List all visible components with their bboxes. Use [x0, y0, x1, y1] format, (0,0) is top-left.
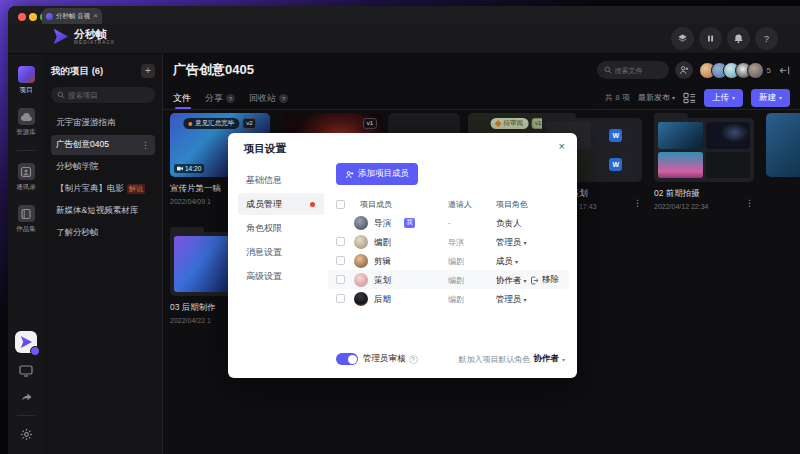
nav-advanced-settings[interactable]: 高级设置: [238, 265, 324, 287]
avatar: [354, 216, 368, 230]
project-search-input[interactable]: [68, 91, 149, 100]
avatar: [354, 254, 368, 268]
member-count: 5: [767, 66, 771, 75]
settings-gear-icon[interactable]: [20, 428, 33, 441]
add-member-icon[interactable]: [675, 61, 693, 79]
folder-thumbnail: [654, 118, 754, 182]
default-role-dropdown[interactable]: 默加入项目默认角色 协作者 ▾: [458, 353, 565, 365]
browser-tab[interactable]: 分秒帧 音视 ×: [42, 8, 102, 24]
version-chip: v1: [363, 118, 377, 129]
search-icon: [604, 66, 612, 74]
file-search-input[interactable]: [615, 67, 662, 74]
tab-close-icon[interactable]: ×: [93, 12, 98, 20]
project-item[interactable]: 了解分秒帧: [51, 223, 155, 243]
select-all-checkbox[interactable]: [336, 200, 345, 209]
sidebar-item-contacts[interactable]: 通讯录: [16, 163, 36, 192]
sort-dropdown[interactable]: 最新发布▾: [638, 92, 675, 103]
camera-icon: [177, 166, 183, 171]
browser-window: 分秒帧 音视 × 分秒帧 MEDIATRACK ?: [8, 6, 800, 454]
upload-button[interactable]: 上传▾: [704, 89, 743, 107]
brand-subtitle: MEDIATRACK: [74, 40, 115, 45]
screen-share-button[interactable]: [19, 365, 33, 377]
role-dropdown[interactable]: 管理员▾: [496, 294, 527, 306]
user-avatar[interactable]: [15, 331, 37, 353]
tab-share[interactable]: 分享 ?: [205, 86, 235, 109]
create-button[interactable]: 新建▾: [751, 89, 790, 107]
avatar: [354, 235, 368, 249]
nav-message-settings[interactable]: 消息设置: [238, 241, 324, 263]
status-badge: 意见汇总完毕: [183, 118, 239, 129]
pause-icon[interactable]: [699, 27, 722, 50]
more-icon[interactable]: ⋮: [141, 140, 150, 150]
help-badge: ?: [279, 94, 288, 103]
tab-title: 分秒帧 音视: [56, 12, 90, 21]
add-project-button[interactable]: +: [141, 64, 155, 78]
avatar: [747, 62, 764, 79]
duration-badge: 14:20: [174, 164, 204, 173]
member-row: 编剧 导演 管理员▾: [328, 232, 569, 251]
admin-review-toggle[interactable]: [336, 353, 358, 365]
portfolio-icon: [18, 205, 35, 222]
row-checkbox[interactable]: [336, 275, 345, 284]
rail-divider: [17, 415, 35, 416]
sidebar-item-resources[interactable]: 资源库: [16, 108, 36, 137]
remove-member-button[interactable]: 移除: [530, 274, 559, 286]
minimize-window-button[interactable]: [29, 13, 37, 21]
file-search[interactable]: [597, 61, 669, 79]
project-item[interactable]: 新媒体&短视频素材库: [51, 201, 155, 221]
chevron-down-icon: ▾: [515, 258, 518, 265]
row-checkbox[interactable]: [336, 237, 345, 246]
file-card-folder[interactable]: 02 前期拍摄 2022/04/12 22:34 ⋮: [654, 113, 754, 210]
contacts-icon: [18, 163, 35, 180]
collapse-panel-icon[interactable]: [779, 65, 790, 76]
close-icon[interactable]: ×: [559, 140, 565, 152]
project-settings-modal: 项目设置 × 基础信息 成员管理 角色权限 消息设置 高级设置 添加项目成员 项…: [228, 133, 577, 378]
bell-icon[interactable]: [727, 27, 750, 50]
tab-trash[interactable]: 回收站 ?: [249, 86, 288, 109]
modal-footer: 管理员审核 ? 默加入项目默认角色 协作者 ▾: [336, 351, 565, 367]
role-dropdown[interactable]: 成员▾: [496, 256, 518, 268]
sidebar-item-projects[interactable]: 项目: [18, 66, 35, 95]
add-project-member-button[interactable]: 添加项目成员: [336, 163, 418, 185]
modal-nav: 基础信息 成员管理 角色权限 消息设置 高级设置: [238, 169, 324, 289]
help-icon[interactable]: ?: [409, 355, 418, 364]
sidebar-item-portfolio[interactable]: 作品集: [16, 205, 36, 234]
more-icon[interactable]: ⋮: [633, 198, 642, 208]
project-item[interactable]: 【制片宝典】电影 解说: [51, 179, 155, 199]
nav-role-permissions[interactable]: 角色权限: [238, 217, 324, 239]
resource-library-icon: [18, 108, 35, 125]
member-avatar-stack[interactable]: 5: [699, 62, 771, 79]
help-icon[interactable]: ?: [755, 27, 778, 50]
workspace-icon[interactable]: [671, 27, 694, 50]
nav-basic-info[interactable]: 基础信息: [238, 169, 324, 191]
projects-icon: [18, 66, 35, 83]
role-dropdown[interactable]: 管理员▾: [496, 237, 527, 249]
chevron-down-icon: ▾: [524, 277, 527, 284]
member-row: 剪辑 编剧 成员▾: [328, 251, 569, 270]
project-search[interactable]: [51, 87, 155, 103]
row-checkbox[interactable]: [336, 256, 345, 265]
project-item[interactable]: 元宇宙漫游指南: [51, 113, 155, 133]
status-badge: 待审阅: [491, 118, 529, 129]
avatar: [354, 292, 368, 306]
close-window-button[interactable]: [18, 13, 26, 21]
view-toggle-icon[interactable]: [683, 92, 696, 104]
file-title: 02 前期拍摄: [654, 188, 754, 200]
tab-files[interactable]: 文件: [173, 86, 191, 109]
rail-divider: [17, 150, 35, 151]
me-badge: 我: [404, 218, 415, 228]
search-icon: [57, 91, 65, 99]
project-item[interactable]: 分秒帧学院: [51, 157, 155, 177]
row-checkbox[interactable]: [336, 294, 345, 303]
member-row-highlighted: 策划 编剧 协作者▾ 移除: [328, 270, 569, 289]
share-button[interactable]: [20, 390, 33, 402]
file-card-video[interactable]: [766, 113, 800, 177]
page-title: 广告创意0405: [173, 61, 254, 79]
chevron-down-icon: ▾: [524, 239, 527, 246]
project-item-active[interactable]: 广告创意0405 ⋮: [51, 135, 155, 155]
role-dropdown[interactable]: 协作者▾: [496, 275, 527, 287]
more-icon[interactable]: ⋮: [745, 198, 754, 208]
tab-favicon: [46, 13, 53, 20]
video-thumbnail: [766, 113, 800, 177]
file-date: 2022/04/12 22:34: [654, 203, 754, 210]
